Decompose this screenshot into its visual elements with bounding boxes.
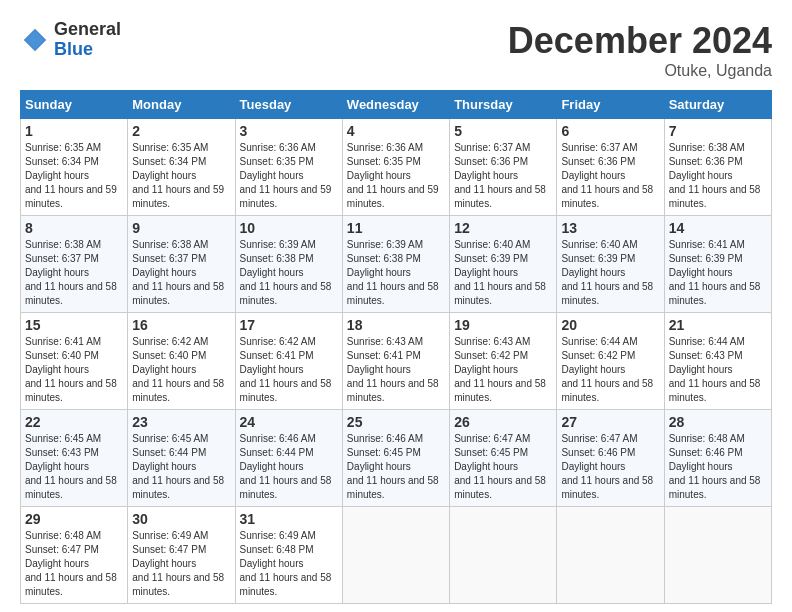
- day-info: Sunrise: 6:35 AM Sunset: 6:34 PM Dayligh…: [132, 141, 230, 211]
- day-info: Sunrise: 6:36 AM Sunset: 6:35 PM Dayligh…: [240, 141, 338, 211]
- day-of-week-header: Friday: [557, 91, 664, 119]
- day-number: 25: [347, 414, 445, 430]
- calendar-day-cell: 21 Sunrise: 6:44 AM Sunset: 6:43 PM Dayl…: [664, 313, 771, 410]
- calendar-day-cell: 8 Sunrise: 6:38 AM Sunset: 6:37 PM Dayli…: [21, 216, 128, 313]
- day-info: Sunrise: 6:43 AM Sunset: 6:42 PM Dayligh…: [454, 335, 552, 405]
- calendar-day-cell: 26 Sunrise: 6:47 AM Sunset: 6:45 PM Dayl…: [450, 410, 557, 507]
- day-number: 26: [454, 414, 552, 430]
- day-info: Sunrise: 6:39 AM Sunset: 6:38 PM Dayligh…: [347, 238, 445, 308]
- day-number: 11: [347, 220, 445, 236]
- calendar-week-row: 1 Sunrise: 6:35 AM Sunset: 6:34 PM Dayli…: [21, 119, 772, 216]
- day-of-week-header: Monday: [128, 91, 235, 119]
- day-info: Sunrise: 6:49 AM Sunset: 6:47 PM Dayligh…: [132, 529, 230, 599]
- day-number: 16: [132, 317, 230, 333]
- day-number: 10: [240, 220, 338, 236]
- day-info: Sunrise: 6:45 AM Sunset: 6:43 PM Dayligh…: [25, 432, 123, 502]
- day-info: Sunrise: 6:46 AM Sunset: 6:45 PM Dayligh…: [347, 432, 445, 502]
- day-info: Sunrise: 6:41 AM Sunset: 6:39 PM Dayligh…: [669, 238, 767, 308]
- calendar-day-cell: 24 Sunrise: 6:46 AM Sunset: 6:44 PM Dayl…: [235, 410, 342, 507]
- page-header: General Blue December 2024 Otuke, Uganda: [20, 20, 772, 80]
- day-info: Sunrise: 6:37 AM Sunset: 6:36 PM Dayligh…: [454, 141, 552, 211]
- day-number: 1: [25, 123, 123, 139]
- calendar-day-cell: 15 Sunrise: 6:41 AM Sunset: 6:40 PM Dayl…: [21, 313, 128, 410]
- day-of-week-header: Thursday: [450, 91, 557, 119]
- location: Otuke, Uganda: [508, 62, 772, 80]
- calendar-day-cell: 19 Sunrise: 6:43 AM Sunset: 6:42 PM Dayl…: [450, 313, 557, 410]
- day-info: Sunrise: 6:39 AM Sunset: 6:38 PM Dayligh…: [240, 238, 338, 308]
- day-number: 13: [561, 220, 659, 236]
- calendar-day-cell: 5 Sunrise: 6:37 AM Sunset: 6:36 PM Dayli…: [450, 119, 557, 216]
- calendar-day-cell: 6 Sunrise: 6:37 AM Sunset: 6:36 PM Dayli…: [557, 119, 664, 216]
- day-number: 21: [669, 317, 767, 333]
- day-number: 23: [132, 414, 230, 430]
- day-info: Sunrise: 6:47 AM Sunset: 6:45 PM Dayligh…: [454, 432, 552, 502]
- day-number: 19: [454, 317, 552, 333]
- month-title: December 2024: [508, 20, 772, 62]
- logo-text: General Blue: [54, 20, 121, 60]
- day-info: Sunrise: 6:37 AM Sunset: 6:36 PM Dayligh…: [561, 141, 659, 211]
- day-info: Sunrise: 6:40 AM Sunset: 6:39 PM Dayligh…: [454, 238, 552, 308]
- logo: General Blue: [20, 20, 121, 60]
- day-number: 31: [240, 511, 338, 527]
- logo-icon: [20, 25, 50, 55]
- calendar-day-cell: 18 Sunrise: 6:43 AM Sunset: 6:41 PM Dayl…: [342, 313, 449, 410]
- calendar-table: SundayMondayTuesdayWednesdayThursdayFrid…: [20, 90, 772, 604]
- day-number: 27: [561, 414, 659, 430]
- day-number: 6: [561, 123, 659, 139]
- day-info: Sunrise: 6:40 AM Sunset: 6:39 PM Dayligh…: [561, 238, 659, 308]
- day-number: 24: [240, 414, 338, 430]
- day-number: 2: [132, 123, 230, 139]
- day-number: 12: [454, 220, 552, 236]
- day-info: Sunrise: 6:48 AM Sunset: 6:46 PM Dayligh…: [669, 432, 767, 502]
- logo-general: General: [54, 19, 121, 39]
- calendar-day-cell: 29 Sunrise: 6:48 AM Sunset: 6:47 PM Dayl…: [21, 507, 128, 604]
- calendar-day-cell: 3 Sunrise: 6:36 AM Sunset: 6:35 PM Dayli…: [235, 119, 342, 216]
- day-number: 28: [669, 414, 767, 430]
- calendar-day-cell: 17 Sunrise: 6:42 AM Sunset: 6:41 PM Dayl…: [235, 313, 342, 410]
- day-info: Sunrise: 6:48 AM Sunset: 6:47 PM Dayligh…: [25, 529, 123, 599]
- day-info: Sunrise: 6:38 AM Sunset: 6:37 PM Dayligh…: [25, 238, 123, 308]
- day-number: 29: [25, 511, 123, 527]
- calendar-day-cell: [557, 507, 664, 604]
- day-number: 8: [25, 220, 123, 236]
- day-info: Sunrise: 6:43 AM Sunset: 6:41 PM Dayligh…: [347, 335, 445, 405]
- day-info: Sunrise: 6:38 AM Sunset: 6:36 PM Dayligh…: [669, 141, 767, 211]
- day-of-week-header: Tuesday: [235, 91, 342, 119]
- day-info: Sunrise: 6:42 AM Sunset: 6:41 PM Dayligh…: [240, 335, 338, 405]
- calendar-day-cell: 12 Sunrise: 6:40 AM Sunset: 6:39 PM Dayl…: [450, 216, 557, 313]
- day-info: Sunrise: 6:38 AM Sunset: 6:37 PM Dayligh…: [132, 238, 230, 308]
- calendar-day-cell: [664, 507, 771, 604]
- day-number: 30: [132, 511, 230, 527]
- calendar-day-cell: 4 Sunrise: 6:36 AM Sunset: 6:35 PM Dayli…: [342, 119, 449, 216]
- day-of-week-header: Sunday: [21, 91, 128, 119]
- day-number: 9: [132, 220, 230, 236]
- calendar-week-row: 15 Sunrise: 6:41 AM Sunset: 6:40 PM Dayl…: [21, 313, 772, 410]
- day-number: 17: [240, 317, 338, 333]
- calendar-day-cell: 7 Sunrise: 6:38 AM Sunset: 6:36 PM Dayli…: [664, 119, 771, 216]
- calendar-day-cell: 25 Sunrise: 6:46 AM Sunset: 6:45 PM Dayl…: [342, 410, 449, 507]
- calendar-day-cell: 1 Sunrise: 6:35 AM Sunset: 6:34 PM Dayli…: [21, 119, 128, 216]
- calendar-day-cell: 14 Sunrise: 6:41 AM Sunset: 6:39 PM Dayl…: [664, 216, 771, 313]
- calendar-day-cell: 28 Sunrise: 6:48 AM Sunset: 6:46 PM Dayl…: [664, 410, 771, 507]
- day-info: Sunrise: 6:45 AM Sunset: 6:44 PM Dayligh…: [132, 432, 230, 502]
- day-number: 7: [669, 123, 767, 139]
- calendar-day-cell: 10 Sunrise: 6:39 AM Sunset: 6:38 PM Dayl…: [235, 216, 342, 313]
- day-number: 5: [454, 123, 552, 139]
- calendar-day-cell: 23 Sunrise: 6:45 AM Sunset: 6:44 PM Dayl…: [128, 410, 235, 507]
- day-info: Sunrise: 6:42 AM Sunset: 6:40 PM Dayligh…: [132, 335, 230, 405]
- day-info: Sunrise: 6:35 AM Sunset: 6:34 PM Dayligh…: [25, 141, 123, 211]
- day-number: 18: [347, 317, 445, 333]
- day-info: Sunrise: 6:41 AM Sunset: 6:40 PM Dayligh…: [25, 335, 123, 405]
- calendar-day-cell: [450, 507, 557, 604]
- calendar-day-cell: [342, 507, 449, 604]
- day-info: Sunrise: 6:49 AM Sunset: 6:48 PM Dayligh…: [240, 529, 338, 599]
- calendar-day-cell: 30 Sunrise: 6:49 AM Sunset: 6:47 PM Dayl…: [128, 507, 235, 604]
- calendar-day-cell: 2 Sunrise: 6:35 AM Sunset: 6:34 PM Dayli…: [128, 119, 235, 216]
- day-of-week-header: Wednesday: [342, 91, 449, 119]
- title-block: December 2024 Otuke, Uganda: [508, 20, 772, 80]
- calendar-week-row: 8 Sunrise: 6:38 AM Sunset: 6:37 PM Dayli…: [21, 216, 772, 313]
- calendar-day-cell: 16 Sunrise: 6:42 AM Sunset: 6:40 PM Dayl…: [128, 313, 235, 410]
- day-info: Sunrise: 6:46 AM Sunset: 6:44 PM Dayligh…: [240, 432, 338, 502]
- calendar-day-cell: 11 Sunrise: 6:39 AM Sunset: 6:38 PM Dayl…: [342, 216, 449, 313]
- day-info: Sunrise: 6:44 AM Sunset: 6:42 PM Dayligh…: [561, 335, 659, 405]
